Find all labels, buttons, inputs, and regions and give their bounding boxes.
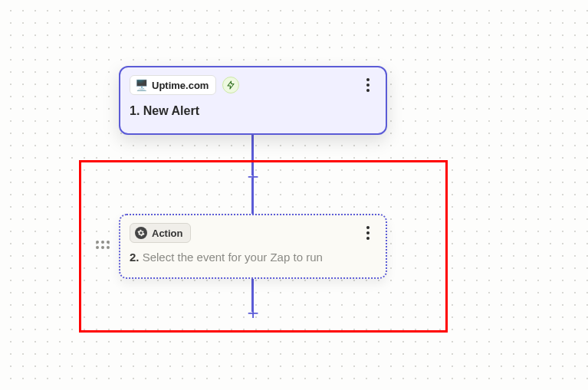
trigger-type-badge: [222, 77, 239, 93]
drag-handle[interactable]: [96, 241, 110, 249]
app-chip[interactable]: 🖥️ Uptime.com: [130, 75, 216, 95]
kebab-dot: [366, 226, 370, 229]
action-title: 2. Select the event for your Zap to run: [130, 251, 376, 264]
step-title: New Alert: [143, 104, 199, 117]
kebab-dot: [366, 84, 370, 87]
uptime-app-icon: 🖥️: [135, 79, 147, 91]
trigger-header: 🖥️ Uptime.com: [130, 75, 376, 95]
bolt-icon: [226, 80, 235, 90]
trigger-title: 1. New Alert: [130, 104, 376, 118]
gear-icon: [135, 227, 147, 239]
kebab-dot: [366, 231, 370, 234]
kebab-dot: [366, 89, 370, 92]
action-header: Action: [130, 223, 376, 243]
plus-icon: +: [247, 165, 258, 188]
action-step-card[interactable]: Action 2. Select the event for your Zap …: [119, 214, 387, 279]
plus-icon: +: [247, 301, 258, 325]
zap-editor-canvas[interactable]: + 🖥️ Uptime.com 1. New Alert: [0, 0, 588, 390]
kebab-dot: [366, 78, 370, 81]
kebab-dot: [366, 237, 370, 240]
step-number: 1.: [130, 104, 140, 117]
step-menu-button[interactable]: [358, 75, 378, 95]
step-number: 2.: [130, 251, 140, 264]
step-menu-button[interactable]: [358, 223, 378, 243]
action-chip[interactable]: Action: [130, 223, 191, 243]
add-step-button[interactable]: +: [244, 303, 262, 322]
trigger-step-card[interactable]: 🖥️ Uptime.com 1. New Alert: [119, 66, 387, 135]
add-step-button[interactable]: +: [244, 167, 262, 185]
action-chip-label: Action: [152, 228, 182, 239]
step-title-placeholder: Select the event for your Zap to run: [143, 251, 323, 264]
app-name-label: Uptime.com: [152, 80, 209, 91]
